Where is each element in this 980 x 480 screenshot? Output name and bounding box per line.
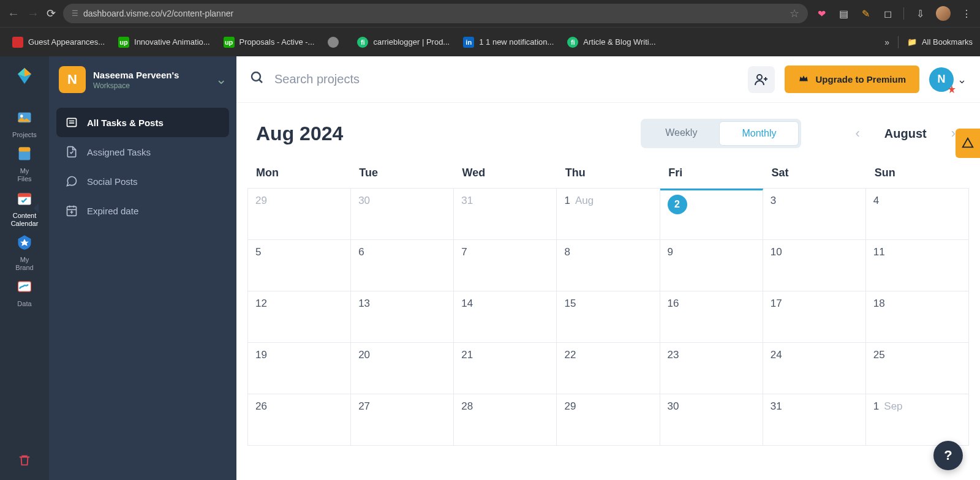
bookmark-item[interactable] (323, 34, 349, 50)
site-settings-icon[interactable]: ☰ (72, 9, 78, 18)
sidebar-item[interactable]: All Tasks & Posts (56, 108, 229, 137)
eyedropper-icon[interactable]: ✎ (859, 7, 872, 20)
kebab-menu-icon[interactable]: ⋮ (960, 7, 973, 20)
calendar-day-cell[interactable]: 15 (557, 291, 660, 343)
search-input[interactable] (274, 72, 738, 86)
view-weekly-button[interactable]: Weekly (643, 121, 719, 146)
prev-month-icon[interactable]: ‹ (850, 121, 864, 146)
calendar-day-cell[interactable]: 26 (248, 394, 351, 446)
calendar-day-cell[interactable]: 13 (351, 291, 454, 343)
day-number: 21 (461, 349, 473, 361)
profile-menu[interactable]: N ⌄ (929, 67, 967, 92)
bookmark-item[interactable]: Guest Appearances... (7, 34, 110, 50)
visme-logo[interactable] (13, 65, 36, 87)
bookmark-item[interactable]: fiArticle & Blog Writi... (562, 34, 660, 50)
month-label[interactable]: August (867, 123, 944, 144)
feedback-tab[interactable] (956, 129, 980, 158)
all-bookmarks-button[interactable]: 📁 All Bookmarks (907, 37, 973, 47)
calendar-day-cell[interactable]: 1 Aug (557, 189, 660, 240)
calendar-day-cell[interactable]: 31 (763, 394, 866, 446)
view-toggle: Weekly Monthly (641, 119, 801, 148)
calendar-day-cell[interactable]: 28 (454, 394, 557, 446)
heart-icon[interactable]: ❤ (815, 7, 827, 20)
reload-icon[interactable]: ⟳ (47, 7, 56, 20)
day-number: 24 (771, 349, 782, 361)
bookmark-item[interactable]: in1 1 new notification... (458, 34, 559, 50)
calendar-day-cell[interactable]: 27 (351, 394, 454, 446)
nav-rail-item[interactable]: MyBrand (11, 230, 39, 274)
nav-rail-label: Data (17, 300, 31, 308)
calendar-day-cell[interactable]: 8 (557, 240, 660, 291)
calendar-day-cell[interactable]: 23 (660, 343, 763, 394)
bookmark-favicon: up (118, 37, 129, 48)
bookmarks-overflow-icon[interactable]: » (884, 37, 889, 47)
calendar-day-cell[interactable]: 21 (454, 343, 557, 394)
calendar-day-cell[interactable]: 12 (248, 291, 351, 343)
bookmark-item[interactable]: upProposals - Active -... (219, 34, 320, 50)
view-monthly-button[interactable]: Monthly (719, 121, 799, 146)
bookmark-item[interactable]: ficarrieblogger | Prod... (352, 34, 454, 50)
bookmark-star-icon[interactable]: ☆ (790, 7, 799, 20)
all-bookmarks-label: All Bookmarks (922, 37, 973, 47)
calendar-day-cell[interactable]: 24 (763, 343, 866, 394)
back-icon[interactable]: ← (7, 7, 20, 21)
dow-header: Tue (350, 160, 453, 188)
nav-rail-item[interactable]: MyFiles (11, 141, 39, 186)
crown-icon (798, 73, 809, 86)
upgrade-button[interactable]: Upgrade to Premium (785, 66, 919, 93)
day-number: 25 (873, 349, 885, 361)
download-icon[interactable]: ⇩ (914, 7, 926, 20)
calendar-day-cell[interactable]: 31 (454, 189, 557, 240)
calendar-day-cell[interactable]: 30 (351, 189, 454, 240)
day-number: 1 Aug (564, 195, 594, 207)
nav-rail-item[interactable]: ContentCalendar (11, 186, 39, 230)
sidebar-item[interactable]: Social Posts (56, 167, 229, 196)
calendar-day-cell[interactable]: 7 (454, 240, 557, 291)
upgrade-label: Upgrade to Premium (815, 74, 906, 84)
calendar-day-cell[interactable]: 19 (248, 343, 351, 394)
calendar-day-cell[interactable]: 30 (660, 394, 763, 446)
calendar-day-cell[interactable]: 22 (557, 343, 660, 394)
add-user-button[interactable] (748, 66, 775, 93)
calendar-day-cell[interactable]: 11 (866, 240, 969, 291)
calendar-day-cell[interactable]: 10 (763, 240, 866, 291)
sidebar-item-label: All Tasks & Posts (87, 118, 164, 128)
calendar-day-cell[interactable]: 29 (557, 394, 660, 446)
calendar-day-cell[interactable]: 14 (454, 291, 557, 343)
calendar-day-cell[interactable]: 9 (660, 240, 763, 291)
calendar-day-cell[interactable]: 18 (866, 291, 969, 343)
help-button[interactable]: ? (933, 441, 963, 470)
sidebar-item[interactable]: Assigned Tasks (56, 137, 229, 167)
sidebar-item-icon (65, 116, 78, 129)
calendar-day-cell[interactable]: 1 Sep (866, 394, 969, 446)
forward-icon[interactable]: → (27, 7, 39, 21)
bookmark-favicon: fi (357, 37, 368, 48)
calendar-day-cell[interactable]: 5 (248, 240, 351, 291)
calendar-day-cell[interactable]: 2 (660, 189, 763, 240)
calendar-day-cell[interactable]: 29 (248, 189, 351, 240)
calendar-day-cell[interactable]: 6 (351, 240, 454, 291)
extension-icon-1[interactable]: ▤ (837, 7, 850, 20)
address-bar[interactable]: ☰ dashboard.visme.co/v2/content-planner … (63, 4, 808, 23)
workspace-switcher[interactable]: N Naseema Perveen's Workspace ⌄ (49, 56, 236, 103)
calendar-day-cell[interactable]: 16 (660, 291, 763, 343)
day-number: 9 (668, 246, 673, 258)
calendar-day-cell[interactable]: 20 (351, 343, 454, 394)
day-number: 8 (564, 246, 570, 258)
calendar-day-cell[interactable]: 17 (763, 291, 866, 343)
nav-rail-item[interactable]: Data (11, 274, 39, 310)
calendar-day-cell[interactable]: 4 (866, 189, 969, 240)
nav-rail-item[interactable]: Projects (11, 105, 39, 141)
sidebar-item-icon (65, 204, 78, 217)
extensions-icon[interactable]: ◻ (881, 7, 894, 20)
nav-rail-label: MyFiles (17, 167, 31, 183)
calendar-day-cell[interactable]: 3 (763, 189, 866, 240)
divider (898, 36, 899, 48)
bookmark-item[interactable]: upInnovative Animatio... (113, 34, 215, 50)
day-number: 6 (358, 246, 364, 258)
profile-avatar[interactable] (936, 6, 951, 21)
sidebar-item[interactable]: Expired date (56, 196, 229, 225)
workspace-subtitle: Workspace (93, 81, 208, 90)
calendar-day-cell[interactable]: 25 (866, 343, 969, 394)
trash-button[interactable] (0, 448, 49, 473)
